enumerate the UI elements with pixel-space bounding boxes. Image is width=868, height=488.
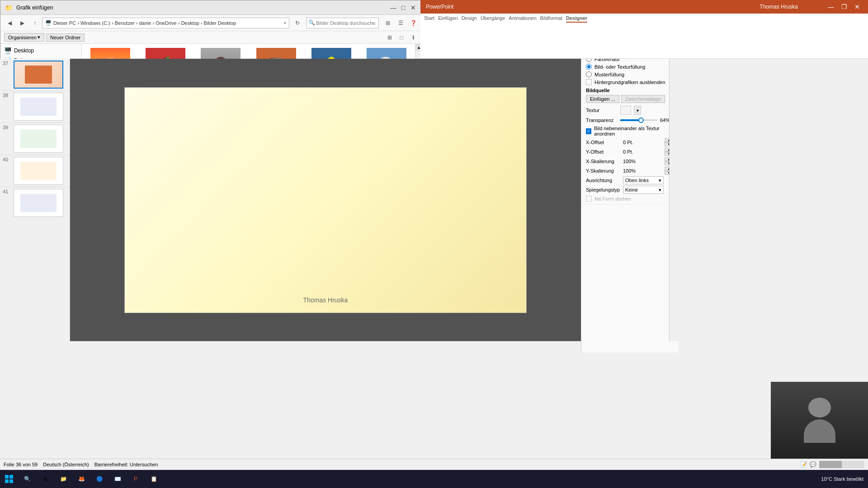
bildquelle-label: Bildquelle bbox=[586, 88, 674, 93]
svg-rect-9 bbox=[9, 475, 13, 479]
slide-background bbox=[125, 88, 526, 313]
task-view-button[interactable]: ⧉ bbox=[36, 470, 54, 488]
ausrichtung-dropdown[interactable]: Oben links ▾ bbox=[623, 176, 664, 184]
address-bar[interactable]: 🖥️ Dieser PC › Windows (C:) › Benutzer ›… bbox=[42, 18, 289, 28]
minimize-button[interactable]: — bbox=[389, 3, 398, 12]
zwischenablage-button[interactable]: Zwischenablage bbox=[621, 95, 665, 103]
einfuegen-label: Einfügen ... bbox=[590, 96, 615, 102]
ausrichtung-label: Ausrichtung bbox=[586, 178, 622, 183]
taskbar-browser-button[interactable]: 🦊 bbox=[72, 470, 90, 488]
search-container: 🔍 bbox=[307, 18, 379, 28]
ppt-app-name: PowerPoint bbox=[426, 4, 453, 10]
ppt-minimize-button[interactable]: — bbox=[825, 3, 837, 10]
slide-preview-39 bbox=[14, 125, 63, 153]
ppt-restore-button[interactable]: ❐ bbox=[839, 3, 850, 10]
y-offset-label: Y-Offset bbox=[586, 149, 622, 155]
ribbon-tab[interactable]: Designer bbox=[566, 15, 587, 23]
y-skalierung-label: Y-Skalierung bbox=[586, 168, 622, 174]
transparenz-slider[interactable] bbox=[620, 119, 657, 121]
ppt-ribbon-tabs: Start Einfügen Design Übergänge Animatio… bbox=[420, 14, 868, 24]
forward-button[interactable]: ▶ bbox=[17, 18, 28, 28]
body-silhouette bbox=[804, 419, 835, 443]
taskbar-ppt-button[interactable]: P bbox=[127, 470, 145, 488]
ausrichtung-value: Oben links bbox=[625, 178, 649, 183]
view-toggle-button[interactable]: ⊞ bbox=[384, 32, 395, 43]
ribbon-tab[interactable]: Einfügen bbox=[438, 15, 458, 23]
einfuegen-button[interactable]: Einfügen ... bbox=[586, 95, 619, 103]
new-folder-button[interactable]: Neuer Ordner bbox=[46, 33, 85, 42]
x-offset-label: X-Offset bbox=[586, 140, 622, 145]
preview-toggle-button[interactable]: □ bbox=[396, 32, 407, 43]
new-folder-label: Neuer Ordner bbox=[50, 35, 80, 40]
slide-thumb-39[interactable]: 39 bbox=[0, 123, 70, 155]
right-ruler bbox=[669, 59, 678, 341]
pattern-fill-radio[interactable] bbox=[586, 71, 592, 77]
nebeneinander-checkbox[interactable]: ✓ bbox=[586, 128, 591, 134]
comments-button[interactable]: 💬 bbox=[810, 461, 816, 468]
ribbon-tab[interactable]: Übergänge bbox=[481, 15, 505, 23]
x-offset-value: 0 Pt. bbox=[623, 140, 664, 145]
ribbon-tab[interactable]: Design bbox=[462, 15, 477, 23]
ppt-close-button[interactable]: ✕ bbox=[852, 3, 863, 10]
picture-fill-radio[interactable] bbox=[586, 64, 592, 70]
y-offset-row: Y-Offset 0 Pt. ▲ ▼ bbox=[586, 148, 674, 156]
mit-form-checkbox[interactable] bbox=[586, 196, 592, 202]
textur-row: Textur ▾ bbox=[586, 106, 674, 115]
ausrichtung-dropdown-icon: ▾ bbox=[659, 178, 661, 183]
taskbar-teams-button[interactable]: 📋 bbox=[145, 470, 163, 488]
slide-preview-41 bbox=[14, 189, 63, 217]
view-button[interactable]: ⊞ bbox=[382, 18, 393, 28]
up-button[interactable]: ↑ bbox=[29, 18, 40, 28]
maximize-button[interactable]: □ bbox=[399, 3, 408, 12]
video-overlay bbox=[771, 382, 868, 459]
hide-bg-checkbox[interactable] bbox=[586, 79, 592, 85]
ribbon-tab[interactable]: Bildformat bbox=[540, 15, 563, 23]
slide-content bbox=[20, 162, 57, 180]
slides-panel: 37 38 39 40 41 bbox=[0, 59, 70, 341]
folder-icon: 📁 bbox=[5, 4, 13, 11]
y-skalierung-value: 100% bbox=[623, 168, 664, 174]
svg-rect-11 bbox=[9, 479, 13, 483]
search-taskbar-button[interactable]: 🔍 bbox=[18, 470, 36, 488]
organize-label: Organisieren bbox=[8, 35, 37, 40]
slide-preview-37 bbox=[14, 61, 63, 89]
start-button[interactable] bbox=[0, 470, 18, 488]
slide-thumb-41[interactable]: 41 bbox=[0, 187, 70, 219]
fill-option-picture: Bild- oder Texturfüllung bbox=[586, 64, 674, 70]
ppt-user-name: Thomas Hruska bbox=[760, 4, 798, 10]
bildquelle-row: Einfügen ... Zwischenablage bbox=[586, 95, 674, 103]
spiegelung-dropdown[interactable]: Keine ▾ bbox=[623, 186, 664, 194]
sidebar-item-label: Desktop bbox=[14, 47, 34, 54]
taskbar-files-button[interactable]: 📁 bbox=[54, 470, 72, 488]
slide-canvas[interactable]: Thomas Hruska bbox=[124, 87, 527, 313]
transparenz-thumb[interactable] bbox=[638, 117, 644, 123]
search-input[interactable] bbox=[307, 18, 379, 28]
slide-thumb-38[interactable]: 38 bbox=[0, 91, 70, 123]
view-controls: 📝 💬 bbox=[800, 461, 864, 468]
taskbar: 🔍 ⧉ 📁 🦊 🔵 ✉️ P 📋 10°C Stark bewölkt bbox=[0, 470, 868, 488]
organize-button[interactable]: Organisieren ▾ bbox=[4, 33, 44, 42]
ribbon-tab[interactable]: Start bbox=[424, 15, 434, 23]
slide-thumb-37[interactable]: 37 bbox=[0, 59, 70, 91]
zoom-slider[interactable] bbox=[819, 461, 864, 468]
notes-button[interactable]: 📝 bbox=[800, 461, 807, 468]
close-button[interactable]: ✕ bbox=[409, 3, 418, 12]
back-button[interactable]: ◀ bbox=[4, 18, 15, 28]
help-button[interactable]: ❓ bbox=[408, 18, 419, 28]
ribbon-tab[interactable]: Animationen bbox=[509, 15, 536, 23]
spiegelung-dropdown-icon: ▾ bbox=[659, 187, 661, 193]
slide-thumb-40[interactable]: 40 bbox=[0, 155, 70, 187]
toolbar-right-icons: ⊞ □ ℹ bbox=[384, 32, 419, 43]
sidebar-item-desktop[interactable]: 🖥️ Desktop bbox=[0, 46, 81, 56]
spiegelung-value: Keine bbox=[625, 187, 638, 192]
taskbar-chrome-button[interactable]: 🔵 bbox=[90, 470, 108, 488]
language-status: Deutsch (Österreich) bbox=[43, 462, 89, 467]
textur-dropdown-button[interactable]: ▾ bbox=[634, 106, 641, 115]
taskbar-mail-button[interactable]: ✉️ bbox=[108, 470, 127, 488]
view-list-button[interactable]: ☰ bbox=[395, 18, 406, 28]
info-button[interactable]: ℹ bbox=[408, 32, 419, 43]
svg-rect-8 bbox=[5, 475, 9, 479]
refresh-button[interactable]: ↻ bbox=[292, 18, 303, 28]
taskbar-clock: 10°C Stark bewölkt bbox=[821, 476, 863, 482]
person-silhouette bbox=[802, 398, 838, 443]
